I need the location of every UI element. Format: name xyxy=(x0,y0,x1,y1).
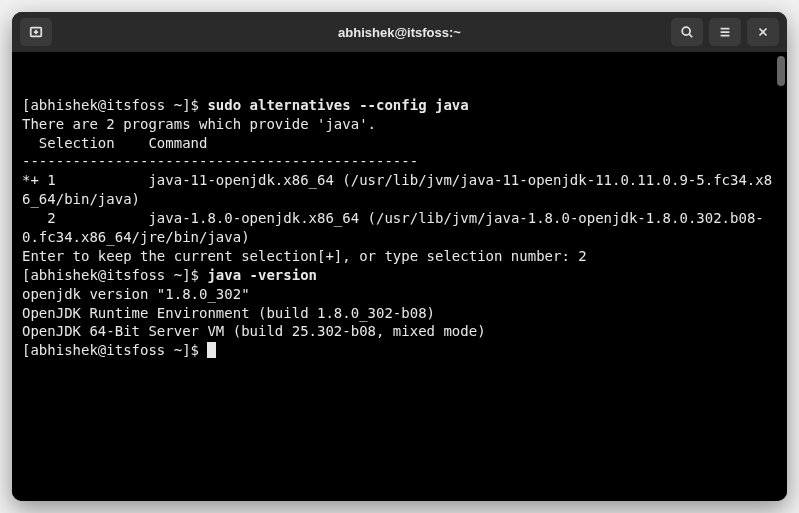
terminal-line: [abhishek@itsfoss ~]$ sudo alternatives … xyxy=(22,96,777,115)
terminal-line: OpenJDK 64-Bit Server VM (build 25.302-b… xyxy=(22,322,777,341)
terminal-line: [abhishek@itsfoss ~]$ xyxy=(22,341,777,360)
prompt: [abhishek@itsfoss ~]$ xyxy=(22,97,207,113)
cursor xyxy=(207,342,216,358)
prompt: [abhishek@itsfoss ~]$ xyxy=(22,342,207,358)
close-button[interactable] xyxy=(747,18,779,46)
terminal-window: abhishek@itsfoss:~ xyxy=(12,12,787,501)
terminal-line: 2 java-1.8.0-openjdk.x86_64 (/usr/lib/jv… xyxy=(22,209,777,247)
new-tab-icon xyxy=(29,25,43,39)
terminal-body[interactable]: [abhishek@itsfoss ~]$ sudo alternatives … xyxy=(12,52,787,501)
terminal-line: Selection Command xyxy=(22,134,777,153)
svg-line-4 xyxy=(689,34,692,37)
menu-button[interactable] xyxy=(709,18,741,46)
terminal-line: openjdk version "1.8.0_302" xyxy=(22,285,777,304)
new-tab-button[interactable] xyxy=(20,18,52,46)
titlebar: abhishek@itsfoss:~ xyxy=(12,12,787,52)
scrollbar[interactable] xyxy=(777,56,785,86)
command-text: java -version xyxy=(207,267,317,283)
close-icon xyxy=(756,25,770,39)
command-text: sudo alternatives --config java xyxy=(207,97,468,113)
terminal-line: OpenJDK Runtime Environment (build 1.8.0… xyxy=(22,304,777,323)
hamburger-icon xyxy=(718,25,732,39)
search-icon xyxy=(680,25,694,39)
search-button[interactable] xyxy=(671,18,703,46)
terminal-line: ----------------------------------------… xyxy=(22,152,777,171)
terminal-line: Enter to keep the current selection[+], … xyxy=(22,247,777,266)
prompt: [abhishek@itsfoss ~]$ xyxy=(22,267,207,283)
window-title: abhishek@itsfoss:~ xyxy=(338,25,461,40)
terminal-line: *+ 1 java-11-openjdk.x86_64 (/usr/lib/jv… xyxy=(22,171,777,209)
terminal-line: [abhishek@itsfoss ~]$ java -version xyxy=(22,266,777,285)
svg-point-3 xyxy=(682,27,690,35)
terminal-line: There are 2 programs which provide 'java… xyxy=(22,115,777,134)
